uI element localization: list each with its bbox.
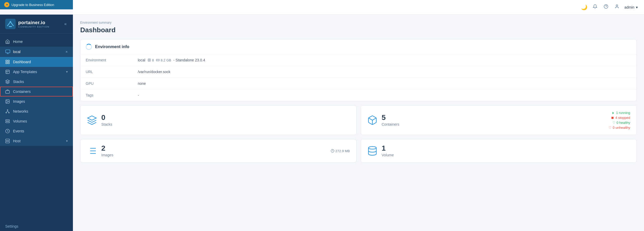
user-chevron-icon: ▾ — [636, 5, 638, 9]
containers-stat-icon — [367, 115, 378, 125]
stats-grid: 0 Stacks 5 Containers — [80, 105, 637, 163]
svg-point-2 — [616, 5, 618, 6]
containers-stat-card[interactable]: 5 Containers ⏵ 1 running ⏹ 4 stopped ♡ 0… — [361, 105, 637, 135]
environment-section: local × Dashboard App Templates ▾ — [0, 47, 73, 146]
svg-point-4 — [10, 21, 11, 23]
sidebar-settings[interactable]: Settings — [0, 222, 73, 231]
sidebar-item-stacks[interactable]: Stacks — [0, 77, 73, 87]
sidebar-item-containers-label: Containers — [13, 89, 31, 94]
volumes-stat-card[interactable]: 1 Volume — [361, 139, 637, 163]
env-label-gpu: GPU — [80, 78, 133, 89]
images-label: Images — [101, 153, 113, 157]
env-row-tags: Tags - — [80, 89, 636, 101]
svg-point-16 — [6, 112, 7, 113]
host-chevron-icon: ▾ — [66, 139, 68, 143]
svg-rect-3 — [5, 19, 16, 29]
memory-meta: 8.2 GB — [156, 58, 171, 62]
sidebar-item-dashboard[interactable]: Dashboard — [0, 57, 73, 67]
svg-point-15 — [7, 110, 8, 110]
app-templates-icon — [5, 69, 10, 74]
containers-stat-content: 5 Containers — [382, 114, 399, 126]
environment-header: local × — [0, 47, 73, 57]
env-value-gpu: none — [133, 78, 636, 89]
env-label-environment: Environment — [80, 54, 133, 66]
svg-point-14 — [7, 100, 7, 101]
networks-icon — [5, 109, 10, 114]
stacks-icon — [5, 79, 10, 84]
sidebar-nav: Home local × Dashboard — [0, 34, 73, 222]
svg-rect-27 — [148, 59, 150, 61]
sidebar-item-networks[interactable]: Networks — [0, 106, 73, 116]
environment-name-label: local — [13, 50, 21, 54]
dark-mode-icon[interactable]: 🌙 — [581, 4, 587, 10]
environment-info-card: Environment info Environment local 8 — [80, 39, 637, 101]
sidebar-item-events[interactable]: Events — [0, 126, 73, 136]
volumes-label: Volume — [382, 153, 394, 157]
env-standalone-label: - Standalone 23.0.4 — [173, 58, 205, 62]
portainer-logo-icon — [5, 19, 16, 29]
sidebar-item-volumes[interactable]: Volumes — [0, 116, 73, 126]
volumes-icon — [5, 119, 10, 124]
svg-point-17 — [9, 112, 9, 113]
images-stat-card[interactable]: 2 Images 272.9 MB — [80, 139, 357, 163]
sidebar-item-containers[interactable]: Containers — [0, 87, 73, 97]
svg-rect-11 — [6, 70, 9, 74]
images-size: 272.9 MB — [331, 149, 350, 153]
stacks-stat-card[interactable]: 0 Stacks — [80, 105, 357, 135]
sidebar-item-home-label: Home — [13, 40, 23, 44]
logo-sub-text: COMMUNITY EDITION — [18, 25, 49, 28]
env-info-title: Environment info — [95, 44, 129, 49]
stacks-stat-icon — [87, 115, 97, 125]
svg-rect-6 — [6, 50, 10, 53]
volumes-count: 1 — [382, 145, 394, 152]
sidebar-item-volumes-label: Volumes — [13, 119, 27, 123]
volumes-stat-content: 1 Volume — [382, 145, 394, 157]
sidebar-item-home[interactable]: Home — [0, 37, 73, 47]
upgrade-bar[interactable]: ✦ Upgrade to Business Edition — [0, 0, 73, 9]
user-icon[interactable] — [614, 3, 620, 11]
images-size-value: 272.9 MB — [335, 149, 350, 153]
sidebar-item-images[interactable]: Images — [0, 97, 73, 106]
env-local-label: local — [138, 58, 145, 62]
sidebar-item-stacks-label: Stacks — [13, 80, 24, 84]
breadcrumb: Environment summary — [80, 21, 637, 24]
sidebar-item-host[interactable]: Host ▾ — [0, 136, 73, 146]
main-content: Environment summary Dashboard Environmen… — [73, 15, 644, 231]
svg-rect-10 — [6, 62, 7, 64]
clock-icon — [331, 149, 334, 153]
sidebar-collapse-button[interactable]: « — [63, 21, 68, 27]
host-icon — [5, 139, 10, 143]
sidebar-item-app-templates-label: App Templates — [13, 70, 37, 74]
svg-rect-7 — [6, 60, 7, 61]
containers-count: 5 — [382, 114, 399, 121]
containers-unhealthy: ♡ 0 unhealthy — [609, 126, 630, 130]
svg-rect-5 — [9, 26, 12, 27]
home-icon — [5, 39, 10, 44]
environment-close-button[interactable]: × — [66, 50, 68, 54]
sidebar-item-dashboard-label: Dashboard — [13, 60, 31, 64]
help-icon[interactable] — [603, 3, 609, 11]
stacks-label: Stacks — [101, 122, 112, 126]
app-templates-chevron-icon: ▾ — [66, 70, 68, 74]
containers-stopped: ⏹ 4 stopped — [609, 116, 630, 120]
env-row-url: URL /var/run/docker.sock — [80, 66, 636, 78]
svg-rect-9 — [8, 62, 9, 64]
env-row-gpu: GPU none — [80, 78, 636, 89]
svg-rect-12 — [6, 91, 10, 93]
user-menu[interactable]: admin ▾ — [624, 5, 638, 9]
images-stat-content: 2 Images — [101, 145, 113, 157]
username-label: admin — [624, 5, 634, 9]
env-row-environment: Environment local 8 8.2 GB — [80, 54, 636, 66]
environment-table: Environment local 8 8.2 GB — [80, 54, 636, 101]
sidebar-item-app-templates[interactable]: App Templates ▾ — [0, 67, 73, 77]
env-label-tags: Tags — [80, 89, 133, 101]
sidebar: portainer.io COMMUNITY EDITION « Home lo… — [0, 15, 73, 231]
star-icon: ✦ — [4, 2, 9, 7]
env-value-tags: - — [133, 89, 636, 101]
env-label-url: URL — [80, 66, 133, 78]
notifications-icon[interactable] — [592, 3, 598, 11]
svg-point-42 — [368, 146, 376, 149]
volumes-stat-icon — [367, 146, 378, 156]
dashboard-icon — [5, 60, 10, 64]
upgrade-label: Upgrade to Business Edition — [11, 3, 54, 7]
